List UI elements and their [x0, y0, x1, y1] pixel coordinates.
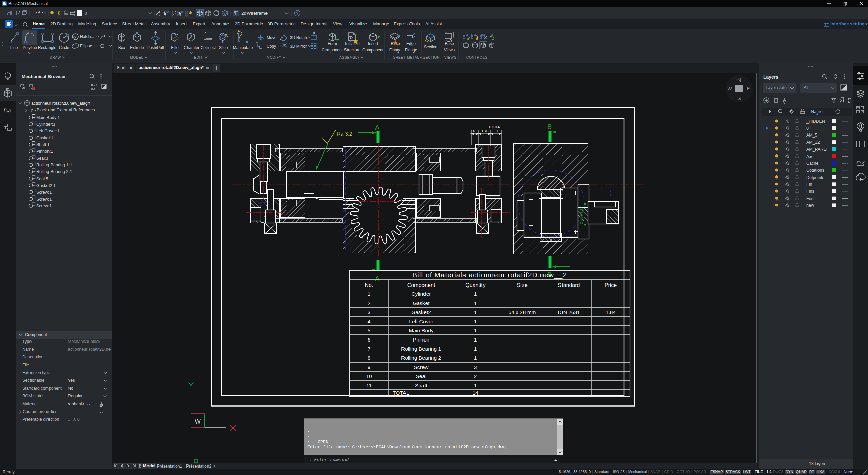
- svg-text:Left Cover: Left Cover: [409, 318, 433, 324]
- svg-text:Gasket:1: Gasket:1: [36, 136, 53, 140]
- svg-text:TOTAL:: TOTAL:: [393, 390, 411, 396]
- svg-text:Main Body:1: Main Body:1: [36, 115, 60, 120]
- svg-text:Fins: Fins: [806, 189, 814, 194]
- svg-text:Screw:1: Screw:1: [36, 197, 52, 202]
- svg-text:Edge: Edge: [406, 41, 416, 46]
- svg-text:Name: Name: [811, 109, 822, 114]
- svg-text:1: 1: [474, 300, 477, 306]
- svg-text:Insert: Insert: [368, 41, 378, 46]
- svg-text:1: 1: [368, 291, 371, 297]
- svg-text:Form: Form: [328, 41, 337, 46]
- svg-text:Rectangle: Rectangle: [38, 45, 56, 50]
- svg-text:Rolling Bearing 1:1: Rolling Bearing 1:1: [36, 163, 72, 167]
- svg-text:Price: Price: [605, 282, 617, 288]
- svg-text:Component: Component: [322, 48, 343, 53]
- svg-text:Flange: Flange: [405, 48, 417, 53]
- svg-text:Screw: Screw: [414, 364, 429, 370]
- svg-text:Views: Views: [444, 48, 455, 53]
- svg-text:Gasket: Gasket: [413, 300, 430, 306]
- svg-text:2: 2: [474, 373, 477, 379]
- svg-text:5: 5: [368, 328, 371, 333]
- svg-text:1: 1: [474, 318, 477, 324]
- svg-text:7: 7: [368, 346, 371, 352]
- svg-text:Main Body: Main Body: [409, 328, 433, 333]
- svg-text:Push/Pull: Push/Pull: [147, 45, 164, 50]
- svg-text:W: W: [195, 418, 201, 425]
- svg-text:Chamfer: Chamfer: [184, 45, 199, 50]
- svg-text:Structure: Structure: [344, 48, 361, 53]
- svg-text:(x): (x): [6, 108, 11, 113]
- svg-text:Cylinder: Cylinder: [412, 291, 431, 297]
- svg-text:Shaft: Shaft: [415, 383, 428, 388]
- svg-text:1: 1: [474, 346, 477, 352]
- svg-text:Hatch...: Hatch...: [80, 34, 94, 39]
- svg-text:SHEET METAL: SHEET METAL: [393, 55, 419, 59]
- svg-text:Left Cover:1: Left Cover:1: [36, 129, 59, 133]
- svg-text:Connect: Connect: [201, 45, 216, 50]
- svg-text:Seal:5: Seal:5: [36, 177, 48, 181]
- svg-text:Pinnon: Pinnon: [413, 337, 429, 343]
- svg-text:54 x 28 mm: 54 x 28 mm: [509, 309, 536, 315]
- svg-text:Seal: Seal: [416, 373, 426, 379]
- svg-text:6: 6: [368, 337, 371, 343]
- svg-text:Rolling Bearing 2:1: Rolling Bearing 2:1: [36, 169, 72, 174]
- svg-text:AM_PAREF: AM_PAREF: [806, 147, 829, 152]
- svg-text:Standard: Standard: [558, 282, 580, 288]
- svg-text:Fin: Fin: [806, 182, 812, 187]
- svg-text:AM_12: AM_12: [806, 140, 820, 145]
- svg-text:AM_5: AM_5: [806, 133, 817, 138]
- svg-text:N: N: [737, 77, 741, 83]
- svg-text:A: A: [375, 124, 380, 131]
- svg-text:No.: No.: [365, 282, 373, 288]
- svg-text:Block and External References: Block and External References: [37, 108, 95, 112]
- svg-text:A: A: [375, 275, 380, 282]
- svg-text:Rolling Bearing 2: Rolling Bearing 2: [401, 355, 441, 361]
- svg-text:Φ25-0.013: Φ25-0.013: [579, 207, 584, 224]
- svg-text:Gasket2:1: Gasket2:1: [36, 183, 56, 188]
- svg-text:1.84: 1.84: [606, 309, 616, 315]
- svg-text:14: 14: [472, 390, 478, 396]
- svg-text:Manipulate: Manipulate: [233, 45, 253, 50]
- svg-text:Rolling Bearing 1: Rolling Bearing 1: [401, 346, 441, 352]
- svg-text:10: 10: [366, 373, 372, 379]
- svg-text:+0,014: +0,014: [488, 125, 500, 129]
- svg-text:Pinnon:1: Pinnon:1: [36, 149, 53, 154]
- svg-text:Axe: Axe: [806, 154, 814, 159]
- svg-text:CONTROLS: CONTROLS: [466, 55, 487, 59]
- svg-text:Polyline: Polyline: [23, 45, 37, 50]
- svg-text:Defpoints: Defpoints: [806, 175, 824, 180]
- svg-text:?: ?: [296, 11, 298, 16]
- svg-text:Shaft:1: Shaft:1: [36, 142, 50, 147]
- svg-text:MODIFY: MODIFY: [267, 55, 281, 59]
- svg-text:SECTION: SECTION: [423, 55, 440, 59]
- svg-text:1: 1: [474, 291, 477, 297]
- svg-text:Caché: Caché: [806, 161, 818, 166]
- svg-text:actionneur rotatif2D.new_afagh: actionneur rotatif2D.new_afagh: [31, 101, 90, 106]
- svg-text:Ra 3,2: Ra 3,2: [337, 131, 352, 137]
- svg-text:Ellipse: Ellipse: [80, 44, 92, 48]
- svg-text:Base: Base: [391, 41, 400, 46]
- svg-text:E: E: [747, 86, 750, 91]
- svg-text:Bill of Materials actionneur r: Bill of Materials actionneur rotatif2D.n…: [412, 271, 567, 279]
- svg-text:2dWireframe: 2dWireframe: [241, 11, 268, 16]
- svg-text:8: 8: [368, 355, 371, 361]
- svg-text:Gasket2: Gasket2: [411, 309, 431, 315]
- svg-text:0: 0: [85, 11, 87, 16]
- svg-text:EDIT: EDIT: [194, 55, 203, 59]
- svg-text:Fort: Fort: [806, 196, 814, 201]
- svg-text:1: 1: [474, 328, 477, 333]
- svg-text:Component: Component: [362, 48, 384, 53]
- svg-text:Quantity: Quantity: [465, 282, 486, 288]
- svg-text:3D Rotate: 3D Rotate: [290, 35, 308, 40]
- svg-text:DIN 2631: DIN 2631: [558, 309, 580, 315]
- svg-text:Slice: Slice: [219, 45, 228, 50]
- svg-text:Seal:3: Seal:3: [36, 156, 48, 161]
- svg-text:11: 11: [366, 383, 372, 388]
- svg-text:W: W: [727, 86, 732, 91]
- svg-text:Fillet: Fillet: [171, 45, 180, 50]
- svg-text:9: 9: [368, 364, 371, 370]
- svg-text:Box: Box: [118, 45, 125, 50]
- svg-text:1: 1: [474, 383, 477, 388]
- svg-text:Component: Component: [407, 282, 435, 288]
- svg-text:Size: Size: [517, 282, 527, 288]
